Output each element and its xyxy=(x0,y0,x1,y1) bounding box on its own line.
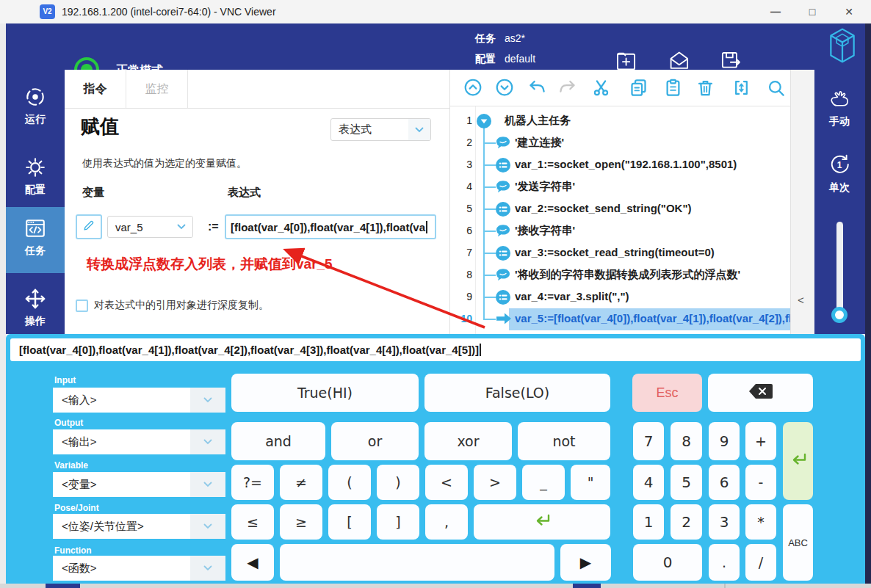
paste-icon[interactable] xyxy=(663,78,684,98)
key-esc[interactable]: Esc xyxy=(632,374,702,412)
mode-button-manual[interactable]: 手动 xyxy=(814,89,865,128)
key-n6[interactable]: 6 xyxy=(709,465,740,500)
selector-dropdown-pose-joint[interactable]: <位姿/关节位置> xyxy=(53,514,225,539)
key-and[interactable]: and xyxy=(231,422,325,460)
key-n1[interactable]: 1 xyxy=(633,504,664,540)
selector-value: <输入> xyxy=(53,393,190,407)
key-gt[interactable]: > xyxy=(474,465,516,500)
selector-dropdown-function[interactable]: <函数> xyxy=(53,556,225,581)
key-n5[interactable]: 5 xyxy=(671,465,702,500)
key-right[interactable]: ▶ xyxy=(560,544,611,581)
key-rbracket[interactable]: ] xyxy=(377,504,419,540)
window-close-button[interactable]: ✕ xyxy=(832,0,866,23)
sidebar-item-label: 操作 xyxy=(6,315,65,328)
key-space[interactable] xyxy=(280,544,554,581)
collapse-panel-chevron[interactable]: < xyxy=(798,294,804,306)
variable-dropdown[interactable]: var_5 xyxy=(107,216,193,238)
selector-dropdown-output[interactable]: <输出> xyxy=(53,429,225,454)
key-star[interactable]: * xyxy=(745,504,776,540)
search-icon[interactable] xyxy=(766,78,787,98)
trash-icon[interactable] xyxy=(695,78,716,98)
key-lparen[interactable]: ( xyxy=(328,465,371,500)
cut-icon[interactable] xyxy=(591,78,612,98)
selector-value: <输出> xyxy=(53,435,190,449)
key-abc[interactable]: ABC xyxy=(783,504,813,581)
key-lt[interactable]: < xyxy=(425,465,468,500)
expression-label: 表达式 xyxy=(228,186,261,200)
circle-chevron-up-icon[interactable] xyxy=(463,78,484,98)
key-n2[interactable]: 2 xyxy=(671,504,702,540)
keyboard-expression-input[interactable]: [float(var_4[0]),float(var_4[1]),float(v… xyxy=(10,338,861,361)
undo-icon[interactable] xyxy=(527,78,547,98)
speed-slider-thumb[interactable] xyxy=(831,307,847,323)
comment-icon xyxy=(496,180,510,197)
key-n8[interactable]: 8 xyxy=(671,422,702,460)
tree-row-4[interactable]: 4'发送字符串' xyxy=(450,176,790,198)
tree-row-9[interactable]: 9var_4:=var_3.split(",") xyxy=(450,286,790,308)
key-rparen[interactable]: ) xyxy=(377,465,419,500)
key-plus[interactable]: + xyxy=(745,422,776,460)
window-maximize-button[interactable]: □ xyxy=(795,0,829,23)
key-n7[interactable]: 7 xyxy=(633,422,664,460)
speed-slider-track[interactable] xyxy=(836,222,843,316)
key-dot[interactable]: . xyxy=(709,544,740,581)
tree-connector-stub xyxy=(483,275,496,276)
tree-row-8[interactable]: 8'将收到的字符串数据转换成列表形式的浮点数' xyxy=(450,264,790,286)
key-le[interactable]: ≤ xyxy=(231,504,274,540)
key-enter_main[interactable] xyxy=(474,504,610,540)
key-true_hi[interactable]: True(HI) xyxy=(231,374,419,412)
key-n9[interactable]: 9 xyxy=(709,422,740,460)
edit-variable-button[interactable] xyxy=(76,214,102,239)
mode-button-label: 手动 xyxy=(814,115,865,128)
key-n4[interactable]: 4 xyxy=(633,465,664,500)
copy-icon[interactable] xyxy=(629,78,649,98)
tree-row-10[interactable]: 10var_5:=[float(var_4[0]),float(var_4[1]… xyxy=(450,308,790,330)
key-ge[interactable]: ≥ xyxy=(280,504,322,540)
mode-button-single[interactable]: 1单次 xyxy=(814,152,865,195)
source-dropdown[interactable]: 表达式 xyxy=(330,118,431,141)
annotation-text: 转换成浮点数存入列表，并赋值到var_5 xyxy=(87,255,333,274)
key-lbracket[interactable]: [ xyxy=(328,504,371,540)
key-or[interactable]: or xyxy=(331,422,419,460)
sidebar-item-config[interactable]: 配置 xyxy=(6,146,65,208)
key-qeq[interactable]: ?= xyxy=(231,465,274,500)
sidebar-item-task[interactable]: 任务 xyxy=(6,207,65,273)
tree-row-7[interactable]: 7var_3:=socket_read_string(timeout=0) xyxy=(450,242,790,264)
sidebar-item-run[interactable]: 运行 xyxy=(6,76,65,139)
code-window-icon xyxy=(24,229,46,242)
selector-dropdown-variable[interactable]: <变量> xyxy=(53,472,225,497)
key-left[interactable]: ◀ xyxy=(231,544,274,581)
key-xor[interactable]: xor xyxy=(424,422,512,460)
selector-dropdown-input[interactable]: <输入> xyxy=(53,388,225,413)
expand-icon xyxy=(477,114,491,131)
tree-row-5[interactable]: 5var_2:=socket_send_string("OK") xyxy=(450,198,790,220)
tree-row-text: var_2:=socket_send_string("OK") xyxy=(515,202,692,214)
circle-chevron-down-icon[interactable] xyxy=(495,78,516,98)
key-comma[interactable]: , xyxy=(425,504,468,540)
key-neq[interactable]: ≠ xyxy=(280,465,322,500)
key-slash[interactable]: / xyxy=(745,544,776,581)
window-minimize-button[interactable]: — xyxy=(759,0,792,23)
key-n0[interactable]: 0 xyxy=(633,544,702,581)
insert-icon[interactable] xyxy=(731,78,752,98)
tree-row-3[interactable]: 3var_1:=socket_open("192.168.1.100",8501… xyxy=(450,154,790,176)
sidebar-item-operate[interactable]: 操作 xyxy=(6,277,65,334)
key-quote[interactable]: " xyxy=(571,465,610,500)
expression-input[interactable]: [float(var_4[0]),float(var_4[1]),float(v… xyxy=(225,214,436,239)
key-enter_pad[interactable] xyxy=(783,422,813,500)
tree-row-2[interactable]: 2'建立连接' xyxy=(450,132,790,154)
tab-monitor[interactable]: 监控 xyxy=(126,70,188,108)
key-not[interactable]: not xyxy=(518,422,610,460)
key-backspace[interactable] xyxy=(708,374,813,412)
key-minus[interactable]: - xyxy=(745,465,776,500)
assign-icon xyxy=(496,158,510,175)
key-n3[interactable]: 3 xyxy=(709,504,740,540)
chevron-down-icon xyxy=(190,429,225,454)
key-false_lo[interactable]: False(LO) xyxy=(424,374,610,412)
tree-row-1[interactable]: 1机器人主任务 xyxy=(450,110,790,132)
tab-instruction[interactable]: 指令 xyxy=(65,70,126,108)
tree-row-6[interactable]: 6'接收字符串' xyxy=(450,220,790,242)
key-underscore[interactable]: _ xyxy=(522,465,565,500)
gear-icon xyxy=(24,168,46,181)
deep-copy-checkbox[interactable] xyxy=(76,300,88,312)
